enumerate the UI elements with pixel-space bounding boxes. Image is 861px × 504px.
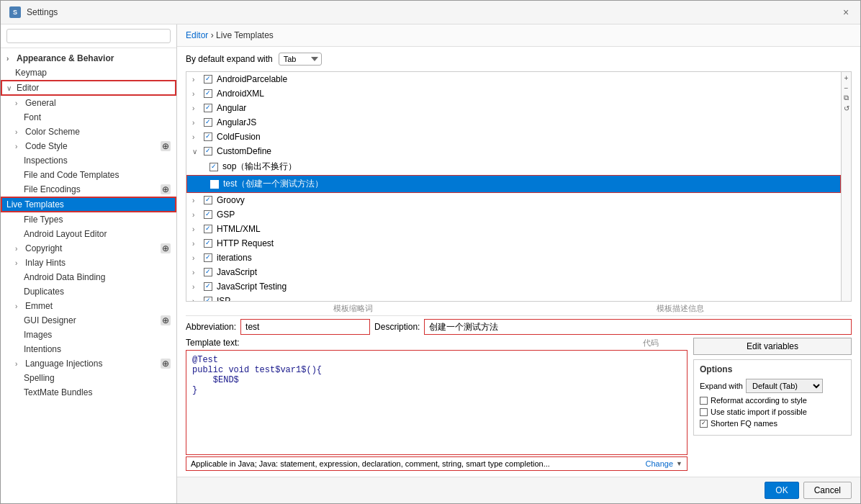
sidebar-item-emmet[interactable]: › Emmet <box>1 299 176 313</box>
static-import-row: Use static import if possible <box>700 408 845 416</box>
description-input[interactable] <box>424 319 852 335</box>
template-item-sop[interactable]: sop（输出不换行） <box>186 158 841 175</box>
ok-button[interactable]: OK <box>765 482 798 499</box>
group-label: CustomDefine <box>217 146 271 156</box>
sidebar-item-label: Inlay Hints <box>25 258 66 268</box>
template-group-js-testing[interactable]: › JavaScript Testing <box>186 279 841 294</box>
checkbox[interactable] <box>204 196 212 204</box>
template-text-label: Template text: <box>186 338 240 348</box>
sidebar-item-copyright[interactable]: › Copyright ⊕ <box>1 241 176 256</box>
checkbox[interactable] <box>204 104 212 112</box>
template-group-angularjs[interactable]: › AngularJS <box>186 115 841 130</box>
sidebar-item-images[interactable]: Images <box>1 328 176 342</box>
reformat-checkbox[interactable] <box>700 397 708 405</box>
search-input[interactable] <box>6 29 171 43</box>
template-group-coldfusion[interactable]: › ColdFusion <box>186 130 841 144</box>
static-import-checkbox[interactable] <box>700 408 708 416</box>
template-group-http-request[interactable]: › HTTP Request <box>186 236 841 251</box>
sidebar-item-language-injections[interactable]: › Language Injections ⊕ <box>1 356 176 371</box>
sidebar-item-file-encodings[interactable]: File Encodings ⊕ <box>1 182 176 197</box>
checkbox[interactable] <box>204 297 212 301</box>
expand-select[interactable]: Tab Enter Space <box>279 53 322 66</box>
scroll-remove-button[interactable]: − <box>842 84 851 92</box>
checkbox[interactable] <box>210 180 219 189</box>
chevron-icon: ∨ <box>6 84 14 92</box>
sidebar-item-intentions[interactable]: Intentions <box>1 342 176 356</box>
close-button[interactable]: × <box>840 6 852 18</box>
scroll-copy-button[interactable]: ⧉ <box>842 94 851 102</box>
template-group-androidxml[interactable]: › AndroidXML <box>186 86 841 101</box>
checkbox[interactable] <box>204 118 212 127</box>
sidebar-item-editor[interactable]: ∨ Editor <box>1 80 176 96</box>
checkbox[interactable] <box>204 75 212 84</box>
sidebar-item-duplicates[interactable]: Duplicates <box>1 284 176 299</box>
code-textarea[interactable]: @Test public void test$var1$(){ $END$ } <box>186 350 688 455</box>
sidebar-item-label: General <box>25 98 56 108</box>
chevron-icon: › <box>15 302 22 310</box>
change-link[interactable]: Change <box>646 459 674 468</box>
sidebar-item-label: Code Style <box>25 141 68 151</box>
expand-with-select[interactable]: Default (Tab) Tab Enter <box>746 379 823 393</box>
shorten-checkbox[interactable] <box>700 420 708 428</box>
sidebar-item-file-code-templates[interactable]: File and Code Templates <box>1 168 176 182</box>
expand-icon: › <box>192 254 199 262</box>
sidebar-item-keymap[interactable]: Keymap <box>1 66 176 80</box>
template-group-iterations[interactable]: › iterations <box>186 251 841 265</box>
abbreviation-input[interactable] <box>240 319 370 335</box>
sidebar-item-gui-designer[interactable]: GUI Designer ⊕ <box>1 313 176 328</box>
checkbox[interactable] <box>204 147 212 156</box>
checkbox[interactable] <box>204 268 212 276</box>
checkbox[interactable] <box>204 132 212 141</box>
template-label: sop（输出不换行） <box>222 161 297 173</box>
breadcrumb-parent[interactable]: Editor <box>186 30 208 40</box>
template-group-android-parcelable[interactable]: › AndroidParcelable <box>186 72 841 86</box>
cancel-button[interactable]: Cancel <box>803 482 852 499</box>
sidebar-item-code-style[interactable]: › Code Style ⊕ <box>1 139 176 153</box>
shorten-label: Shorten FQ names <box>711 419 777 428</box>
expand-icon: › <box>192 76 199 84</box>
checkbox[interactable] <box>204 282 212 291</box>
checkbox[interactable] <box>209 163 218 171</box>
template-item-test[interactable]: test（创建一个测试方法） <box>186 175 841 193</box>
edit-variables-button[interactable]: Edit variables <box>693 338 852 355</box>
scroll-undo-button[interactable]: ↺ <box>842 104 851 112</box>
sidebar-item-label: GUI Designer <box>24 315 76 325</box>
template-group-isp[interactable]: › ISP <box>186 294 841 301</box>
scroll-add-button[interactable]: + <box>842 73 851 82</box>
sidebar-item-spelling[interactable]: Spelling <box>1 371 176 385</box>
sidebar-item-inlay-hints[interactable]: › Inlay Hints <box>1 256 176 270</box>
sidebar-item-label: Keymap <box>15 68 47 78</box>
sidebar-item-color-scheme[interactable]: › Color Scheme <box>1 125 176 139</box>
checkbox[interactable] <box>204 239 212 248</box>
sidebar-item-appearance[interactable]: › Appearance & Behavior <box>1 51 176 66</box>
expand-row: By default expand with Tab Enter Space <box>186 53 852 66</box>
expand-with-label: Expand with <box>700 382 743 390</box>
checkbox[interactable] <box>204 89 212 98</box>
template-group-angular[interactable]: › Angular <box>186 101 841 115</box>
sidebar-item-android-layout[interactable]: Android Layout Editor <box>1 227 176 241</box>
sidebar-item-general[interactable]: › General <box>1 96 176 110</box>
dialog-footer: OK Cancel <box>177 477 860 503</box>
checkbox[interactable] <box>204 225 212 233</box>
hint-description: 模板描述信息 <box>657 303 704 314</box>
template-group-groovy[interactable]: › Groovy <box>186 193 841 207</box>
sidebar-item-file-types[interactable]: File Types <box>1 212 176 227</box>
badge-icon: ⊕ <box>161 359 171 369</box>
checkbox[interactable] <box>204 210 212 219</box>
sidebar-item-label: File and Code Templates <box>24 170 120 180</box>
template-group-gsp[interactable]: › GSP <box>186 207 841 222</box>
checkbox[interactable] <box>204 253 212 262</box>
sidebar-item-label: Language Injections <box>25 359 102 369</box>
sidebar-item-inspections[interactable]: Inspections <box>1 153 176 168</box>
settings-window: S Settings × › Appearance & Behavior Key… <box>0 0 861 504</box>
template-group-customdefine[interactable]: ∨ CustomDefine <box>186 144 841 158</box>
expand-icon: › <box>192 211 199 219</box>
sidebar-item-label: Appearance & Behavior <box>17 53 114 63</box>
template-group-javascript[interactable]: › JavaScript <box>186 265 841 279</box>
sidebar-item-font[interactable]: Font <box>1 110 176 125</box>
group-label: ISP <box>217 296 230 301</box>
sidebar-item-textmate[interactable]: TextMate Bundles <box>1 385 176 400</box>
sidebar-item-android-data[interactable]: Android Data Binding <box>1 270 176 284</box>
sidebar-item-live-templates[interactable]: Live Templates <box>1 197 176 212</box>
template-group-htmlxml[interactable]: › HTML/XML <box>186 222 841 236</box>
